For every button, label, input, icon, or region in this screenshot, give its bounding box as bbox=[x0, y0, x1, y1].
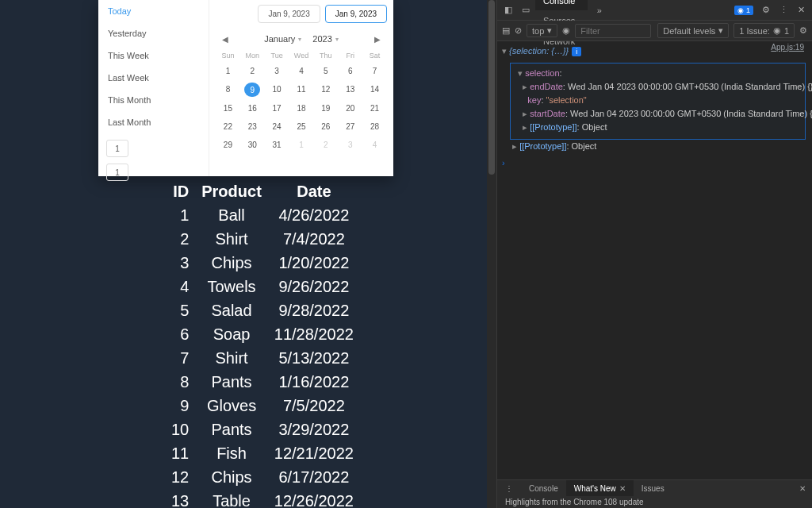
calendar-day[interactable]: 1 bbox=[216, 64, 240, 78]
cell-product: Shirt bbox=[195, 346, 268, 370]
calendar-day[interactable]: 14 bbox=[362, 83, 387, 97]
end-date-field[interactable]: Jan 9, 2023 bbox=[325, 5, 387, 23]
drawer-content: Highlights from the Chrome 108 update bbox=[497, 496, 812, 508]
days-back-input[interactable]: 1 bbox=[106, 140, 128, 157]
calendar-day[interactable]: 15 bbox=[216, 102, 240, 115]
date-range-picker: TodayYesterdayThis WeekLast WeekThis Mon… bbox=[98, 0, 393, 176]
weekday-header: Sun bbox=[216, 52, 240, 60]
calendar-day[interactable]: 31 bbox=[265, 138, 289, 152]
calendar-day[interactable]: 18 bbox=[289, 102, 314, 115]
close-devtools-icon[interactable]: ✕ bbox=[793, 5, 809, 15]
calendar-day[interactable]: 11 bbox=[289, 83, 314, 97]
column-header: Product bbox=[195, 179, 268, 203]
column-header: ID bbox=[165, 179, 195, 203]
calendar-day[interactable]: 3 bbox=[265, 64, 289, 78]
calendar-day[interactable]: 16 bbox=[240, 102, 265, 115]
calendar-day[interactable]: 5 bbox=[313, 64, 338, 78]
cell-product: Table bbox=[195, 489, 268, 508]
weekday-header: Tue bbox=[265, 52, 289, 60]
calendar-day[interactable]: 24 bbox=[265, 120, 289, 133]
preset-this-month[interactable]: This Month bbox=[98, 89, 209, 111]
clear-console-icon[interactable]: ⊘ bbox=[515, 25, 522, 36]
preset-this-week[interactable]: This Week bbox=[98, 44, 209, 67]
error-badge[interactable]: ◉ 1 bbox=[734, 6, 753, 15]
column-header: Date bbox=[268, 179, 360, 203]
calendar-day[interactable]: 19 bbox=[313, 102, 338, 115]
console-sidebar-toggle-icon[interactable]: ▤ bbox=[502, 25, 510, 36]
calendar-day[interactable]: 23 bbox=[240, 120, 265, 133]
execution-context-select[interactable]: top ▾ bbox=[527, 24, 557, 37]
console-filter-input[interactable] bbox=[575, 24, 651, 38]
calendar-day[interactable]: 1 bbox=[289, 138, 314, 152]
calendar-day[interactable]: 4 bbox=[289, 64, 314, 78]
cell-product: Pants bbox=[195, 418, 268, 441]
calendar-day[interactable]: 30 bbox=[240, 138, 265, 152]
next-month-button[interactable]: ▶ bbox=[370, 31, 385, 47]
calendar-day[interactable]: 3 bbox=[338, 138, 362, 152]
cell-id: 3 bbox=[165, 251, 195, 275]
live-expression-icon[interactable]: ◉ bbox=[562, 25, 570, 36]
calendar-day[interactable]: 8 bbox=[216, 83, 240, 97]
calendar-day[interactable]: 12 bbox=[313, 83, 338, 97]
preset-sidebar: TodayYesterdayThis WeekLast WeekThis Mon… bbox=[98, 0, 209, 176]
calendar-day[interactable]: 10 bbox=[265, 83, 289, 97]
drawer-tab-what-s-new[interactable]: What's New✕ bbox=[566, 480, 634, 496]
calendar-day[interactable]: 17 bbox=[265, 102, 289, 115]
preset-today[interactable]: Today bbox=[98, 0, 209, 22]
page-scrollbar[interactable] bbox=[487, 0, 496, 508]
calendar-day[interactable]: 26 bbox=[313, 120, 338, 133]
cell-product: Shirt bbox=[195, 227, 268, 251]
calendar-day[interactable]: 29 bbox=[216, 138, 240, 152]
log-levels-select[interactable]: Default levels ▾ bbox=[657, 23, 729, 38]
cell-product: Chips bbox=[195, 465, 268, 489]
calendar-day[interactable]: 2 bbox=[240, 64, 265, 78]
drawer-tab-issues[interactable]: Issues bbox=[634, 480, 672, 496]
prev-month-button[interactable]: ◀ bbox=[217, 31, 233, 47]
calendar-day[interactable]: 9 bbox=[244, 83, 260, 97]
calendar-day[interactable]: 6 bbox=[338, 64, 362, 78]
calendar-day[interactable]: 21 bbox=[362, 102, 387, 115]
calendar-day[interactable]: 20 bbox=[338, 102, 362, 115]
close-icon[interactable]: ✕ bbox=[619, 484, 626, 493]
inspect-element-icon[interactable]: ◧ bbox=[500, 5, 516, 15]
calendar-day[interactable]: 28 bbox=[362, 120, 387, 133]
settings-icon[interactable]: ⚙ bbox=[758, 5, 774, 15]
more-tabs-button[interactable]: » bbox=[589, 0, 610, 21]
start-date-field[interactable]: Jan 9, 2023 bbox=[258, 5, 320, 23]
calendar-day[interactable]: 7 bbox=[362, 64, 387, 78]
month-select[interactable]: January▾ bbox=[264, 34, 301, 44]
calendar-day[interactable]: 2 bbox=[313, 138, 338, 152]
weekday-header: Wed bbox=[289, 52, 314, 60]
device-toolbar-icon[interactable]: ▭ bbox=[518, 5, 534, 15]
issues-button[interactable]: 1 Issue: ◉ 1 bbox=[733, 23, 795, 38]
table-row: 2Shirt7/4/2022 bbox=[165, 227, 360, 251]
calendar-day[interactable]: 25 bbox=[289, 120, 314, 133]
cell-date: 7/5/2022 bbox=[268, 394, 360, 418]
year-select[interactable]: 2023▾ bbox=[312, 34, 338, 44]
more-menu-icon[interactable]: ⋮ bbox=[776, 5, 791, 15]
cell-product: Soap bbox=[195, 322, 268, 346]
days-back-input-2[interactable]: 1 bbox=[106, 164, 128, 181]
calendar-day[interactable]: 27 bbox=[338, 120, 362, 133]
close-drawer-icon[interactable]: ✕ bbox=[793, 484, 812, 493]
calendar-day[interactable]: 13 bbox=[338, 83, 362, 97]
devtools-panel: ◧ ▭ ElementsConsoleSourcesNetwork » ◉ 1 … bbox=[496, 0, 812, 508]
preset-last-month[interactable]: Last Month bbox=[98, 111, 209, 133]
preset-yesterday[interactable]: Yesterday bbox=[98, 22, 209, 44]
calendar-day[interactable]: 4 bbox=[362, 138, 387, 152]
devtools-tab-console[interactable]: Console bbox=[535, 0, 588, 10]
weekday-header: Thu bbox=[313, 52, 338, 60]
table-row: 4Towels9/26/2022 bbox=[165, 275, 360, 298]
drawer-menu-icon[interactable]: ⋮ bbox=[497, 480, 521, 496]
cell-id: 8 bbox=[165, 370, 195, 394]
source-link[interactable]: App.js:19 bbox=[771, 43, 804, 52]
preset-last-week[interactable]: Last Week bbox=[98, 67, 209, 89]
console-output[interactable]: App.js:19 ▾ {selection: {…}}i ▾ selectio… bbox=[497, 41, 812, 479]
expanded-object: ▾ selection: ▸ endDate: Wed Jan 04 2023 … bbox=[510, 63, 806, 140]
chevron-down-icon: ▾ bbox=[298, 36, 301, 43]
calendar-day[interactable]: 22 bbox=[216, 120, 240, 133]
cell-product: Ball bbox=[195, 203, 268, 227]
console-settings-icon[interactable]: ⚙ bbox=[799, 25, 807, 36]
drawer-tab-console[interactable]: Console bbox=[521, 480, 566, 496]
devtools-tabbar: ◧ ▭ ElementsConsoleSourcesNetwork » ◉ 1 … bbox=[497, 0, 812, 21]
